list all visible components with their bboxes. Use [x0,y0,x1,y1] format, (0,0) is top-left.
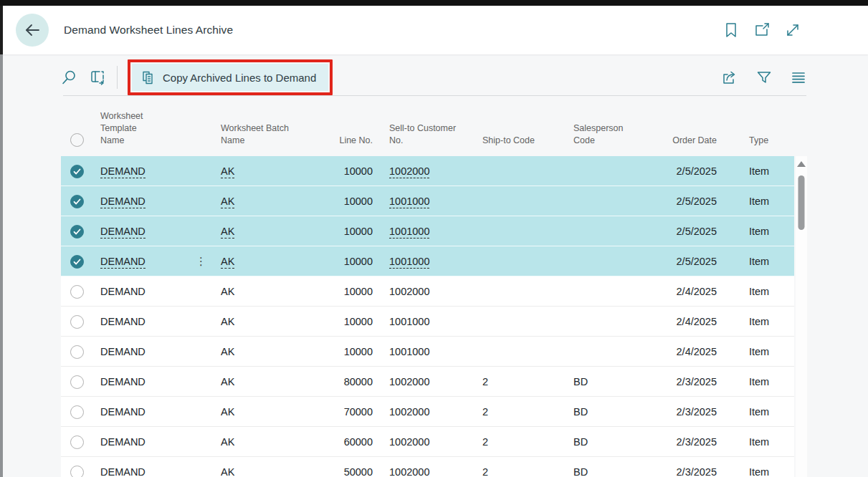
table-row[interactable]: DEMAND AK 10000 1002000 2/4/2025 Item [61,276,794,307]
select-all-checkbox[interactable] [70,133,84,147]
left-edge-strip-gray [0,54,3,477]
column-header-worksheet-batch-name[interactable]: Worksheet Batch Name [215,122,326,156]
cell-sell-to-customer-no[interactable]: 1001000 [373,216,477,246]
table-header-row: Worksheet Template Name Worksheet Batch … [61,100,794,156]
cell-order-date: 2/5/2025 [659,246,717,276]
cell-salesperson-code: BD [568,427,659,457]
cell-worksheet-template-name[interactable]: DEMAND [93,457,215,477]
cell-sell-to-customer-no[interactable]: 1001000 [373,337,477,367]
back-button[interactable] [16,14,49,47]
table-row[interactable]: DEMAND AK 10000 1001000 2/4/2025 Item [61,307,794,337]
share-icon[interactable] [722,69,738,85]
cell-worksheet-batch-name[interactable]: AK [215,307,326,337]
row-select-cell [61,397,93,427]
cell-line-no: 10000 [326,307,373,337]
cell-worksheet-template-name[interactable]: DEMAND [93,186,215,216]
cell-worksheet-template-name[interactable]: DEMAND [93,367,215,397]
cell-worksheet-batch-name[interactable]: AK [215,367,326,397]
cell-order-date: 2/4/2025 [659,307,717,337]
bookmark-icon[interactable] [723,22,739,38]
cell-sell-to-customer-no[interactable]: 1002000 [373,156,477,186]
row-checkbox[interactable] [70,435,84,449]
main-content: Copy Archived Lines to Demand [0,54,868,477]
cell-worksheet-batch-name[interactable]: AK [215,246,326,276]
table-row[interactable]: DEMAND AK 80000 1002000 2 BD 2/3/2025 It… [61,367,794,397]
row-checkbox[interactable] [70,165,84,178]
cell-type: Item [717,276,794,307]
column-header-order-date[interactable]: Order Date [659,135,717,156]
cell-worksheet-batch-name[interactable]: AK [215,216,326,246]
row-checkbox[interactable] [70,405,84,419]
row-select-cell [61,307,93,337]
cell-sell-to-customer-no[interactable]: 1001000 [373,246,477,276]
row-checkbox[interactable] [70,285,84,299]
cell-sell-to-customer-no[interactable]: 1002000 [373,276,477,307]
row-checkbox[interactable] [70,225,84,238]
table-row[interactable]: DEMAND AK 60000 1002000 2 BD 2/3/2025 It… [61,427,794,457]
cell-worksheet-batch-name[interactable]: AK [215,186,326,216]
row-checkbox[interactable] [70,315,84,329]
row-checkbox[interactable] [70,375,84,389]
cell-worksheet-template-name[interactable]: DEMAND [93,216,215,246]
cell-sell-to-customer-no[interactable]: 1002000 [373,367,477,397]
cell-worksheet-batch-name[interactable]: AK [215,156,326,186]
row-context-menu-icon[interactable]: ⋮ [196,256,206,266]
toolbar-right-group [722,69,806,85]
table-row[interactable]: DEMAND AK 10000 1001000 2/5/2025 Item [61,216,794,246]
cell-line-no: 10000 [326,337,373,367]
copy-lines-icon [141,71,155,85]
cell-sell-to-customer-no[interactable]: 1001000 [373,307,477,337]
table-row[interactable]: DEMAND AK 50000 1002000 2 BD 2/3/2025 It… [61,457,794,477]
cell-worksheet-batch-name[interactable]: AK [215,427,326,457]
row-select-cell [61,216,93,246]
column-header-line-no[interactable]: Line No. [326,135,373,156]
column-header-sell-to-customer-no[interactable]: Sell-to Customer No. [373,122,477,156]
row-select-cell [61,367,93,397]
open-in-new-window-icon[interactable] [754,22,770,38]
action-toolbar: Copy Archived Lines to Demand [61,59,806,95]
expand-fullscreen-icon[interactable] [785,22,801,38]
cell-sell-to-customer-no[interactable]: 1002000 [373,457,477,477]
row-checkbox[interactable] [70,255,84,269]
cell-worksheet-template-name[interactable]: DEMAND [93,397,215,427]
row-checkbox[interactable] [70,345,84,359]
vertical-scrollbar[interactable] [796,156,807,477]
cell-sell-to-customer-no[interactable]: 1001000 [373,186,477,216]
cell-worksheet-template-name[interactable]: DEMAND [93,156,215,186]
cell-worksheet-batch-name[interactable]: AK [215,397,326,427]
scrollbar-up-arrow[interactable] [797,161,806,167]
table-row[interactable]: DEMAND AK 70000 1002000 2 BD 2/3/2025 It… [61,397,794,427]
table-row[interactable]: DEMAND AK 10000 1001000 2/5/2025 Item [61,186,794,216]
search-icon[interactable] [61,69,77,85]
cell-sell-to-customer-no[interactable]: 1002000 [373,427,477,457]
table-row[interactable]: DEMAND AK 10000 1001000 2/4/2025 Item [61,337,794,367]
copy-archived-lines-button[interactable]: Copy Archived Lines to Demand [132,64,328,91]
cell-worksheet-template-name[interactable]: DEMAND [93,276,215,307]
column-header-worksheet-template-name[interactable]: Worksheet Template Name [93,110,215,156]
cell-worksheet-template-name[interactable]: DEMAND [93,427,215,457]
analyze-icon[interactable] [90,69,105,85]
filter-icon[interactable] [756,69,772,85]
cell-worksheet-batch-name[interactable]: AK [215,276,326,307]
cell-type: Item [717,216,794,246]
row-checkbox[interactable] [70,195,84,208]
table-row[interactable]: DEMAND AK 10000 1002000 2/5/2025 Item [61,156,794,186]
cell-sell-to-customer-no[interactable]: 1002000 [373,397,477,427]
cell-order-date: 2/3/2025 [659,427,717,457]
cell-worksheet-batch-name[interactable]: AK [215,337,326,367]
cell-worksheet-template-name[interactable]: DEMAND [93,307,215,337]
column-header-salesperson-code[interactable]: Salesperson Code [568,122,659,156]
table-row[interactable]: DEMAND AK 10000 1001000 2/5/2025 Item ⋮ [61,246,794,276]
cell-worksheet-batch-name[interactable]: AK [215,457,326,477]
scrollbar-thumb[interactable] [798,175,805,230]
cell-order-date: 2/3/2025 [659,457,717,477]
column-header-ship-to-code[interactable]: Ship-to Code [477,135,568,156]
cell-worksheet-template-name[interactable]: DEMAND [93,337,215,367]
cell-type: Item [717,457,794,477]
list-view-icon[interactable] [791,69,806,85]
cell-ship-to-code: 2 [477,457,568,477]
cell-salesperson-code: BD [568,457,659,477]
column-header-type[interactable]: Type [717,135,794,156]
row-checkbox[interactable] [70,466,84,477]
cell-type: Item [717,367,794,397]
